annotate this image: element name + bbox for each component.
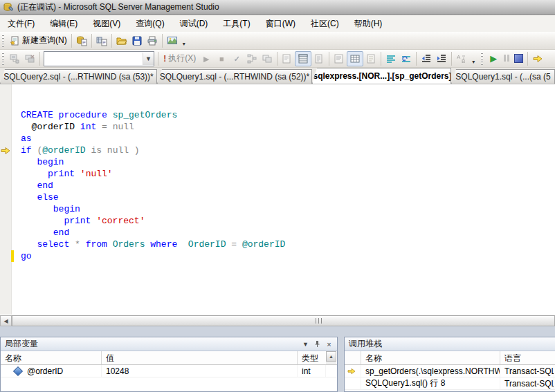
results-to-file-icon [313, 53, 325, 64]
tab-sqlquery2[interactable]: SQLQuery2.sql - (...RTHWIND (sa (53))* [0, 69, 157, 84]
window-title: (正在调试) - Microsoft SQL Server Management… [17, 1, 219, 13]
query-designer-button[interactable] [260, 52, 275, 66]
open-file-button[interactable] [114, 34, 129, 48]
callstack-row-current[interactable]: sp_getOrders(.\sqlexpress.NORTHWIND) Tra… [345, 365, 555, 377]
toolbar2-overflow-button[interactable]: ▾ [469, 50, 477, 67]
sql-editor-toolbar: ▼ ! 执行(X) ▶ ■ ✓ [0, 50, 555, 68]
increase-indent-button[interactable] [434, 52, 449, 66]
code-line: print 'null' [21, 168, 555, 180]
menu-window[interactable]: 窗口(W) [258, 16, 303, 32]
callstack-current-arrow-icon [347, 368, 356, 375]
print-button[interactable] [145, 34, 160, 48]
specify-template-values-button[interactable] [280, 52, 295, 66]
results-to-report-button[interactable] [363, 52, 379, 66]
available-databases-combobox[interactable]: ▼ [44, 51, 154, 66]
locals-window-position-icon[interactable]: ▼ [300, 339, 311, 349]
new-query-button[interactable]: 新建查询(N) [7, 33, 69, 48]
continue-play-icon: ▶ [488, 53, 499, 64]
callstack-panel-title: 调用堆栈 [349, 338, 382, 350]
new-query-label: 新建查询(N) [22, 35, 67, 46]
locals-col-type[interactable]: 类型 [298, 351, 326, 364]
callstack-panel: 调用堆栈 名称 语言 sp_getOrders(.\sqlexpress.NOR… [344, 337, 555, 392]
code-line: else [21, 192, 555, 203]
callstack-col-lang[interactable]: 语言 [500, 351, 554, 364]
results-pane-icon [298, 53, 309, 64]
uncomment-button[interactable] [399, 52, 414, 66]
locals-row-orderid[interactable]: @orderID 10248 int [1, 365, 337, 377]
locals-close-icon[interactable]: × [324, 339, 334, 349]
stop-debugging-button[interactable] [512, 53, 525, 64]
callstack-frame-lang: Transact-SQL [500, 365, 554, 377]
toolbar-grip-2[interactable] [1, 53, 5, 65]
callstack-frame2-lang: Transact-SQL [500, 377, 554, 389]
hscroll-left-arrow[interactable]: ◀ [0, 315, 12, 326]
results-to-file-button[interactable] [311, 52, 327, 66]
menu-file[interactable]: 文件(F) [0, 16, 42, 32]
menu-view[interactable]: 视图(V) [85, 16, 128, 32]
decrease-indent-button[interactable] [419, 52, 434, 66]
combobox-dropdown-icon[interactable]: ▼ [143, 53, 154, 65]
debug-play-icon: ▶ [201, 53, 212, 64]
callstack-col-name[interactable]: 名称 [361, 351, 500, 364]
menu-tools[interactable]: 工具(T) [215, 16, 257, 32]
tab-sqlquery1-b[interactable]: SQLQuery1.sql - (...(sa (5 [451, 69, 555, 84]
code-line: @orderID int = null [21, 121, 555, 133]
menu-edit[interactable]: 编辑(E) [42, 16, 85, 32]
debug-toolbar-grip[interactable] [480, 53, 484, 65]
code-line: if (@orderID is null ) [21, 144, 555, 156]
cancel-executing-button[interactable]: ■ [214, 52, 229, 66]
hscroll-splitter-grip[interactable] [316, 318, 324, 324]
toolbar-grip[interactable] [1, 35, 5, 47]
locals-panel-title: 局部变量 [5, 338, 38, 350]
locals-col-name[interactable]: 名称 [1, 351, 102, 364]
menu-debug[interactable]: 调试(D) [172, 16, 216, 32]
database-engine-query-button[interactable] [74, 34, 89, 48]
execute-button[interactable]: ! 执行(X) [161, 51, 199, 66]
callstack-frame2-name: SQLQuery1.sql() 行 8 [361, 377, 500, 389]
editor-hscrollbar[interactable]: ◀ [0, 315, 555, 326]
results-pane-toggle-button[interactable] [295, 51, 311, 66]
locals-col-value[interactable]: 值 [102, 351, 298, 364]
break-all-button[interactable] [501, 53, 512, 65]
comment-button[interactable] [383, 52, 399, 66]
callstack-row-caller[interactable]: SQLQuery1.sql() 行 8 Transact-SQL [345, 377, 555, 390]
picture-chart-icon [167, 35, 178, 46]
results-to-grid-button[interactable] [347, 51, 363, 66]
menu-help[interactable]: 帮助(H) [347, 16, 390, 32]
connect-button[interactable] [7, 52, 22, 66]
svg-text:A: A [457, 54, 461, 60]
analysis-service-query-icon [96, 35, 107, 46]
show-next-statement-button[interactable] [530, 52, 545, 66]
menu-community[interactable]: 社区(C) [303, 16, 347, 32]
locals-pin-icon[interactable] [312, 339, 322, 349]
window-titlebar: (正在调试) - Microsoft SQL Server Management… [0, 0, 555, 15]
indent-icon [436, 53, 447, 64]
menu-bar: 文件(F) 编辑(E) 视图(V) 查询(Q) 调试(D) 工具(T) 窗口(W… [0, 15, 555, 32]
uncomment-lines-icon [401, 53, 412, 64]
locals-scroll-up-icon[interactable]: ▲ [326, 351, 336, 362]
results-to-text-button[interactable] [331, 52, 347, 66]
change-case-button[interactable]: A B [454, 52, 469, 66]
analysis-service-query-button[interactable] [94, 34, 109, 48]
tab-sp-getorders[interactable]: .\sqlexpress.[NOR...].[sp_getOrders]* [312, 68, 451, 84]
comment-lines-icon [385, 53, 397, 64]
display-estimated-plan-button[interactable] [244, 52, 260, 66]
menu-query[interactable]: 查询(Q) [128, 16, 172, 32]
parse-button[interactable]: ✓ [229, 52, 244, 66]
save-button[interactable] [129, 34, 145, 48]
disconnect-button[interactable] [22, 52, 37, 66]
code-line: as [21, 133, 555, 144]
sql-code-area[interactable]: CREATE procedure sp_getOrders @orderID i… [0, 84, 555, 315]
locals-grid-header: 名称 值 类型 ▲ [1, 351, 337, 365]
continue-debug-button[interactable]: ▶ [486, 52, 501, 66]
callstack-panel-titlebar: 调用堆栈 [345, 337, 555, 351]
code-line: begin [21, 156, 555, 168]
locals-vscrollbar[interactable]: ▲ [326, 351, 336, 364]
local-var-value[interactable]: 10248 [102, 365, 298, 377]
debug-button[interactable]: ▶ [199, 52, 214, 66]
tab-sqlquery1[interactable]: SQLQuery1.sql - (...RTHWIND (sa (52))* [157, 69, 312, 84]
hscroll-thumb[interactable] [12, 315, 555, 326]
local-var-name: @orderID [27, 366, 63, 376]
toolbar-overflow-button[interactable]: ▾ [180, 32, 188, 49]
activity-monitor-button[interactable] [165, 34, 180, 48]
